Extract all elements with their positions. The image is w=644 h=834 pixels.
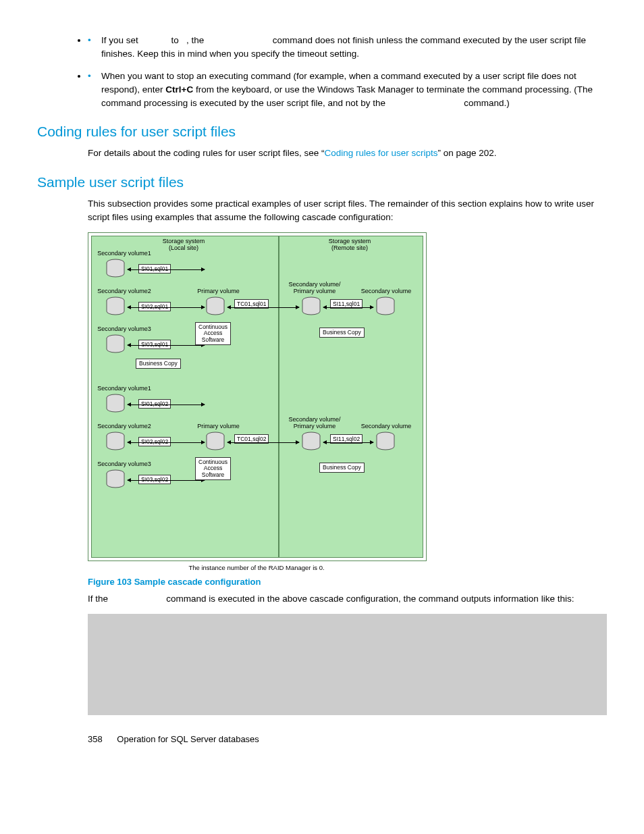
arrow-icon [128,307,205,308]
bullet2-c: command.) [464,98,510,108]
pv-label-2: Primary volume [193,423,244,430]
ctrl-c-bold: Ctrl+C [165,84,193,95]
arrow-icon [227,442,299,443]
gap [141,35,171,45]
page-footer: 358 Operation for SQL Server databases [88,734,607,744]
cylinder-icon [300,296,322,318]
sv-label-2: Secondary volume [356,423,417,430]
cas-box-2: Continuous Access Software [195,457,231,480]
sv1-label-1: Secondary volume1 [94,251,155,257]
coding-text-b: ” on page 202. [438,148,497,158]
arrow-icon [128,345,205,346]
figure-caption: Figure 103 Sample cascade configuration [88,577,607,587]
cascade-diagram-wrap: Storage system (Local site) Storage syst… [88,232,425,571]
bullet1-pre: If you set [101,35,141,45]
tag-si02-sql02: SI02,sql02 [138,437,171,446]
tag-si02-sql01: SI02,sql01 [138,302,171,311]
cylinder-icon [105,469,126,491]
remote-site-title: Storage system (Remote site) [319,238,380,252]
svpv-label-1: Secondary volume/ Primary volume [284,282,345,295]
cas-box-1: Continuous Access Software [195,322,231,345]
cylinder-icon [300,432,322,453]
cylinder-icon [105,432,126,453]
gap [182,35,187,45]
footer-chapter-title: Operation for SQL Server databases [117,734,259,744]
cylinder-icon [375,296,396,318]
arrow-icon [128,480,205,481]
code-output-block [88,614,607,715]
cylinder-icon [105,394,126,415]
sv3-label-2: Secondary volume3 [94,461,155,468]
gap [207,35,273,45]
coding-rules-link[interactable]: Coding rules for user scripts [324,148,437,158]
business-copy-box-1: Business Copy [136,359,181,369]
cylinder-icon [205,432,226,453]
after-figure-para: If the command is executed in the above … [88,592,607,606]
after-fig-b: command is executed in the above cascade… [166,594,574,604]
tag-si03-sql01: SI03,sql01 [138,340,171,349]
raid-instance-note: The instance number of the RAID Manager … [88,564,425,571]
after-fig-a: If the [88,594,111,604]
heading-coding-rules: Coding rules for user script files [37,124,607,140]
arrow-icon [128,442,205,443]
gap [111,594,167,604]
coding-text-a: For details about the coding rules for u… [88,148,324,158]
page-content: If you set to , the command does not fin… [0,0,644,764]
page-number: 358 [88,734,103,744]
cylinder-icon [375,432,396,453]
sv2-label-2: Secondary volume2 [94,423,155,430]
svpv-label-2: Secondary volume/ Primary volume [284,417,345,430]
local-site-title: Storage system (Local site) [153,238,214,252]
arrow-icon [323,307,373,308]
cylinder-icon [205,296,226,318]
coding-para: For details about the coding rules for u… [88,147,607,160]
sv-label-1: Secondary volume [356,288,417,295]
business-copy-box-2: Business Copy [319,328,365,338]
pv-label-1: Primary volume [193,288,244,295]
bullet-item-1: If you set to , the command does not fin… [88,34,607,61]
bullet1-mid2: , the [186,35,207,45]
tag-si03-sql02: SI03,sql02 [138,475,171,484]
arrow-icon [128,269,205,270]
cascade-diagram: Storage system (Local site) Storage syst… [88,232,427,561]
top-bullet-list: If you set to , the command does not fin… [37,34,607,110]
sv1-label-2: Secondary volume1 [94,386,155,392]
sv3-label-1: Secondary volume3 [94,326,155,333]
business-copy-box-3: Business Copy [319,463,365,473]
sample-para: This subsection provides some practical … [88,197,607,225]
arrow-icon [128,405,205,405]
cylinder-icon [105,259,126,280]
arrow-icon [227,307,299,308]
sv2-label-1: Secondary volume2 [94,288,155,295]
cylinder-icon [105,296,126,318]
arrow-icon [323,442,373,443]
tag-si01-sql02: SI01,sql02 [138,399,171,409]
heading-sample-scripts: Sample user script files [37,174,607,190]
cylinder-icon [105,334,126,356]
bullet1-mid1: to [171,35,182,45]
bullet-item-2: When you want to stop an executing comma… [88,70,607,111]
gap [388,98,464,108]
tag-si01-sql01: SI01,sql01 [138,264,171,273]
